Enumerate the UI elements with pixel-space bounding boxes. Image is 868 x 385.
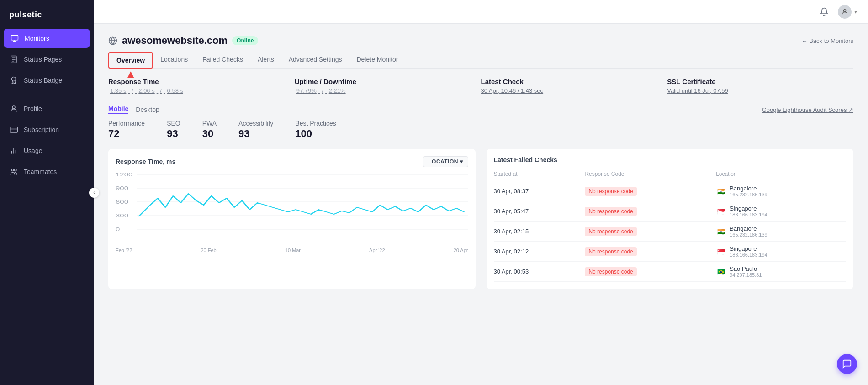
location-ip: 165.232.186.139 — [730, 232, 767, 237]
cell-started-at: 30 Apr, 02:15 — [494, 222, 585, 242]
response-badge: No response code — [585, 187, 636, 196]
location-info: Bangalore 165.232.186.139 — [730, 185, 767, 197]
score-performance: Performance 72 — [108, 120, 145, 140]
sidebar-item-subscription[interactable]: Subscription — [0, 119, 94, 140]
page-content: awesomewebsite.com Online ← Back to Moni… — [94, 24, 868, 385]
tab-locations[interactable]: Locations — [153, 52, 195, 69]
stat-uptime-label: Uptime / Downtime — [295, 78, 481, 85]
location-name: Sao Paulo — [730, 265, 762, 272]
failed-checks-header: Started at Response Code Location — [494, 169, 847, 181]
score-best-practices: Best Practices 100 — [295, 120, 336, 140]
location-info: Singapore 188.166.183.194 — [730, 205, 767, 217]
cell-response-code: No response code — [585, 242, 716, 262]
svg-text:0: 0 — [116, 227, 120, 232]
response-time-chart: 1200 900 600 300 0 — [116, 171, 468, 244]
tab-advanced-settings[interactable]: Advanced Settings — [281, 52, 349, 69]
col-response-code: Response Code — [585, 169, 716, 181]
user-icon — [9, 104, 18, 113]
sidebar-item-usage-label: Usage — [24, 147, 42, 154]
svg-text:900: 900 — [116, 186, 128, 191]
sidebar-item-status-pages-label: Status Pages — [24, 56, 62, 63]
failed-checks-section: Latest Failed Checks Started at Response… — [487, 149, 854, 289]
location-dropdown-button[interactable]: LOCATION ▾ — [423, 156, 468, 167]
table-row: 30 Apr, 08:37 No response code 🇮🇳 Bangal… — [494, 181, 847, 201]
sidebar-item-monitors[interactable]: Monitors — [4, 29, 90, 48]
sidebar-item-teammates[interactable]: Teammates — [0, 161, 94, 182]
cell-response-code: No response code — [585, 262, 716, 282]
x-label-5: 20 Apr — [454, 248, 468, 253]
lh-tab-desktop[interactable]: Desktop — [136, 106, 159, 113]
stat-ssl: SSL Certificate Valid until 16 Jul, 07:5… — [667, 78, 853, 94]
cell-started-at: 30 Apr, 08:37 — [494, 181, 585, 201]
svg-text:300: 300 — [116, 213, 128, 218]
score-pwa: PWA 30 — [202, 120, 217, 140]
stat-uptime: Uptime / Downtime 97.79% / 2.21% — [295, 78, 481, 94]
chart-title: Response Time, ms — [116, 158, 175, 165]
score-pwa-label: PWA — [202, 120, 217, 127]
stat-response-time-value: 1.35 s / 2.06 s / 0.58 s — [108, 87, 295, 94]
monitor-tabs: Overview ▲ Locations Failed Checks Alert… — [108, 52, 853, 69]
location-name: Bangalore — [730, 185, 767, 192]
sidebar-item-profile[interactable]: Profile — [0, 98, 94, 119]
location-name: Singapore — [730, 245, 767, 252]
monitor-header: awesomewebsite.com Online ← Back to Moni… — [108, 35, 853, 47]
response-badge: No response code — [585, 227, 636, 236]
status-badge: Online — [232, 36, 258, 45]
chevron-down-icon: ▾ — [460, 158, 463, 165]
stats-row: Response Time 1.35 s / 2.06 s / 0.58 s U… — [108, 78, 853, 94]
subscription-icon — [9, 125, 18, 134]
flag-icon: 🇸🇬 — [716, 206, 726, 216]
location-name: Singapore — [730, 205, 767, 212]
app-logo: pulsetic — [0, 0, 94, 28]
tab-delete-monitor[interactable]: Delete Monitor — [349, 52, 405, 69]
score-accessibility-label: Accessibility — [238, 120, 273, 127]
location-info: Sao Paulo 94.207.185.81 — [730, 265, 762, 278]
svg-point-14 — [12, 169, 14, 171]
sidebar-item-status-badge[interactable]: Status Badge — [0, 70, 94, 91]
chat-button[interactable] — [837, 354, 857, 374]
location-name: Bangalore — [730, 225, 767, 232]
cell-started-at: 30 Apr, 02:12 — [494, 242, 585, 262]
sidebar-item-usage[interactable]: Usage — [0, 140, 94, 161]
cell-location: 🇸🇬 Singapore 188.166.183.194 — [716, 201, 846, 222]
flag-icon: 🇧🇷 — [716, 267, 726, 277]
stat-response-time: Response Time 1.35 s / 2.06 s / 0.58 s — [108, 78, 295, 94]
lh-tab-mobile[interactable]: Mobile — [108, 105, 128, 114]
lighthouse-tabs: Mobile Desktop Google Lighthouse Audit S… — [108, 105, 853, 114]
badge-icon — [9, 76, 18, 85]
main-area: ▾ awesomewebsite.com Online ← Back to Mo… — [94, 0, 868, 385]
cell-response-code: No response code — [585, 201, 716, 222]
cell-started-at: 30 Apr, 05:47 — [494, 201, 585, 222]
notifications-button[interactable] — [818, 5, 831, 18]
score-seo: SEO 93 — [167, 120, 180, 140]
avatar — [838, 5, 852, 19]
stat-uptime-value: 97.79% / 2.21% — [295, 87, 481, 94]
tab-overview[interactable]: Overview ▲ — [108, 52, 153, 69]
monitor-name: awesomewebsite.com — [122, 35, 228, 47]
lighthouse-audit-link[interactable]: Google Lighthouse Audit Scores ↗ — [762, 106, 853, 113]
response-badge: No response code — [585, 267, 636, 276]
stat-latest-check-value: 30 Apr, 10:46 / 1.43 sec — [481, 87, 667, 94]
flag-icon: 🇸🇬 — [716, 247, 726, 257]
tab-alerts[interactable]: Alerts — [250, 52, 281, 69]
response-badge: No response code — [585, 247, 636, 256]
usage-icon — [9, 146, 18, 155]
score-performance-value: 72 — [108, 128, 145, 140]
x-label-1: Feb '22 — [116, 248, 132, 253]
lighthouse-scores: Performance 72 SEO 93 PWA 30 Accessibili… — [108, 120, 853, 140]
tab-failed-checks[interactable]: Failed Checks — [195, 52, 250, 69]
location-ip: 188.166.183.194 — [730, 252, 767, 258]
user-menu[interactable]: ▾ — [838, 5, 857, 19]
globe-icon — [108, 36, 117, 45]
sidebar-item-status-pages[interactable]: Status Pages — [0, 49, 94, 70]
sidebar-item-profile-label: Profile — [24, 105, 42, 112]
location-ip: 188.166.183.194 — [730, 212, 767, 217]
score-pwa-value: 30 — [202, 128, 217, 140]
failed-checks-table: Started at Response Code Location 30 Apr… — [494, 169, 847, 282]
score-accessibility: Accessibility 93 — [238, 120, 273, 140]
score-best-practices-label: Best Practices — [295, 120, 336, 127]
sidebar-item-monitors-label: Monitors — [25, 35, 49, 42]
sidebar-collapse-button[interactable]: ‹ — [89, 188, 99, 198]
back-to-monitors-link[interactable]: ← Back to Monitors — [802, 37, 853, 44]
team-icon — [9, 167, 18, 176]
